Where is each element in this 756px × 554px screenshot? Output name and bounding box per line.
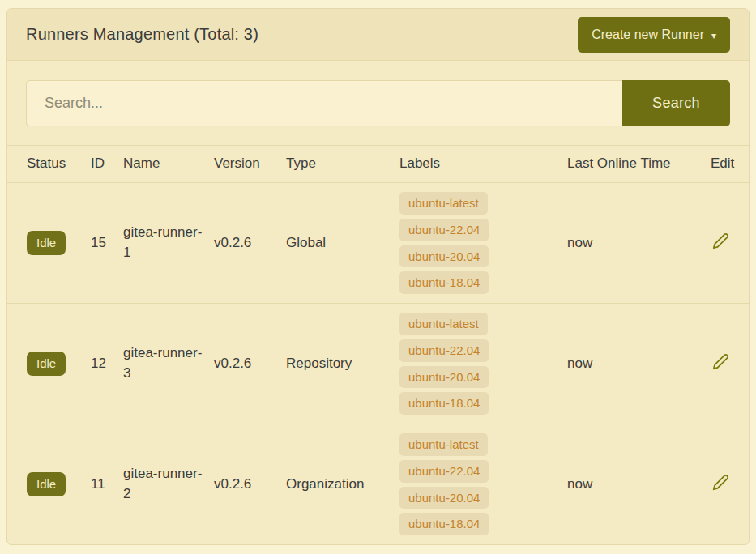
label-chip: ubuntu-20.04 [399,245,489,268]
runner-name: gitea-runner-3 [123,343,214,383]
column-header-type: Type [286,154,399,174]
label-chip: ubuntu-latest [399,313,488,335]
pencil-icon [712,232,729,249]
column-header-labels: Labels [399,154,567,174]
column-header-name: Name [123,154,214,174]
label-chip: ubuntu-latest [399,192,488,215]
runner-version: v0.2.6 [214,475,286,495]
runners-table: Status ID Name Version Type Labels Last … [7,145,749,544]
create-runner-button[interactable]: Create new Runner ▾ [578,17,730,53]
label-chip: ubuntu-22.04 [399,339,489,362]
column-header-status: Status [27,154,91,174]
last-online-time: now [567,475,711,495]
runner-id: 11 [91,475,123,495]
table-header-row: Status ID Name Version Type Labels Last … [7,145,749,183]
runner-type: Organization [286,475,399,495]
status-cell: Idle [27,352,91,376]
edit-runner-button[interactable] [711,231,731,251]
create-runner-label: Create new Runner [592,28,704,42]
status-badge: Idle [27,472,66,496]
label-chip: ubuntu-18.04 [399,513,489,535]
page-title: Runners Management (Total: 3) [26,25,258,44]
last-online-time: now [567,233,711,254]
status-badge: Idle [27,231,66,255]
runner-name: gitea-runner-1 [123,223,214,262]
column-header-version: Version [214,154,286,174]
runner-labels: ubuntu-latest ubuntu-22.04 ubuntu-20.04 … [399,183,567,303]
table-row: Idle 15 gitea-runner-1 v0.2.6 Global ubu… [7,183,749,303]
column-header-edit: Edit [711,154,749,174]
runner-labels: ubuntu-latest ubuntu-22.04 ubuntu-20.04 … [399,304,567,424]
runner-labels: ubuntu-latest ubuntu-22.04 ubuntu-20.04 … [399,424,567,544]
chevron-down-icon: ▾ [711,31,716,40]
runner-version: v0.2.6 [214,354,286,374]
edit-runner-button[interactable] [711,472,731,492]
search-input[interactable] [26,80,622,126]
status-badge: Idle [27,352,66,376]
column-header-id: ID [91,154,123,174]
column-header-last-online-time: Last Online Time [567,154,711,174]
runner-version: v0.2.6 [214,233,286,254]
label-chip: ubuntu-latest [399,433,488,456]
label-chip: ubuntu-22.04 [399,460,489,483]
panel-header: Runners Management (Total: 3) Create new… [7,9,749,61]
label-chip: ubuntu-20.04 [399,366,489,389]
runner-id: 12 [91,354,123,374]
last-online-time: now [567,354,711,374]
runner-id: 15 [91,233,123,254]
runner-type: Global [286,233,399,254]
status-cell: Idle [27,472,91,496]
table-row: Idle 12 gitea-runner-3 v0.2.6 Repository… [7,303,749,424]
label-chip: ubuntu-20.04 [399,487,489,509]
runner-type: Repository [286,354,399,374]
runner-name: gitea-runner-2 [123,464,214,504]
label-chip: ubuntu-18.04 [399,271,489,294]
search-button[interactable]: Search [622,80,730,126]
edit-runner-button[interactable] [711,352,731,372]
table-row: Idle 11 gitea-runner-2 v0.2.6 Organizati… [7,424,749,544]
pencil-icon [712,474,729,491]
label-chip: ubuntu-18.04 [399,392,489,415]
label-chip: ubuntu-22.04 [399,219,489,241]
search-section: Search [7,61,749,145]
runners-panel: Runners Management (Total: 3) Create new… [6,8,750,545]
status-cell: Idle [27,231,91,255]
pencil-icon [712,353,729,370]
